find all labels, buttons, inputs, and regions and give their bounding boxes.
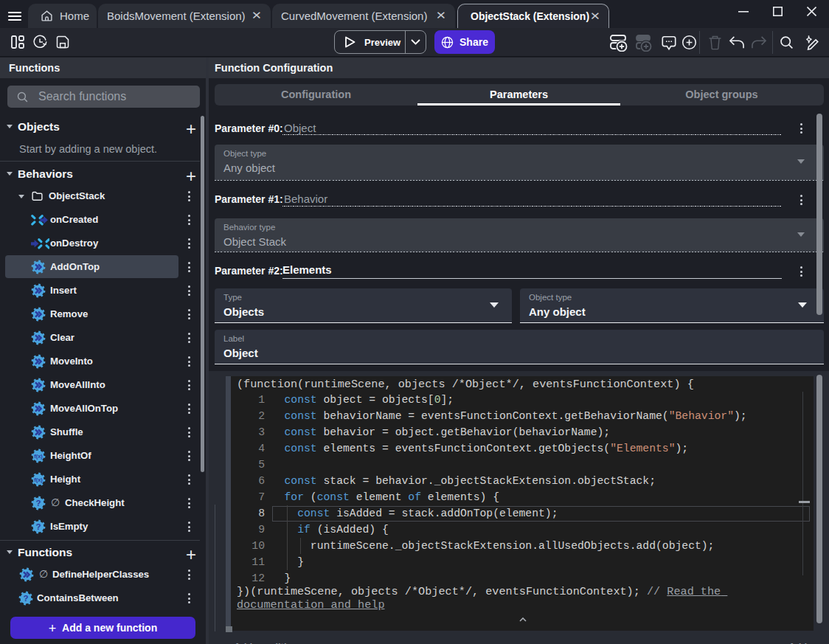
svg-text:f(x): f(x) [34, 453, 43, 460]
svg-text:?: ? [35, 499, 41, 508]
svg-text:?: ? [35, 522, 41, 531]
svg-text:?: ? [23, 594, 28, 603]
svg-text:f(x): f(x) [34, 477, 43, 483]
